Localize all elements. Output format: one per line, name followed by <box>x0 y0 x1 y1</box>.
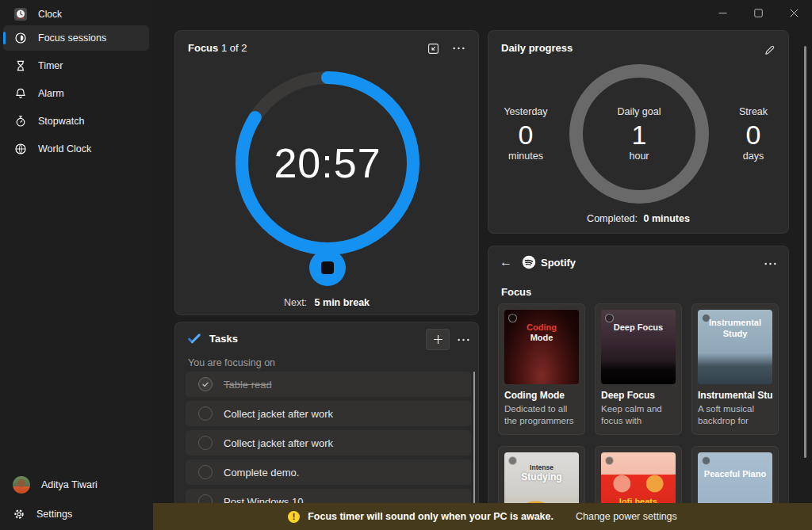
daily-progress-card: Daily progress Yesterday 0 minutes Daily… <box>488 30 789 234</box>
playlist-title: Instrumental Study <box>698 390 772 401</box>
edit-goal-button[interactable] <box>760 40 779 59</box>
ellipsis-icon <box>764 262 776 265</box>
playlist-tile-instrumental-study[interactable]: Instrumental Study Instrumental Study A … <box>691 303 779 435</box>
tasks-header: Tasks <box>188 332 238 345</box>
task-row[interactable]: Complete demo. <box>186 459 471 485</box>
alarm-bell-icon <box>14 87 27 100</box>
maximize-button[interactable] <box>741 0 776 25</box>
tasks-more-button[interactable] <box>453 330 473 349</box>
world-clock-icon <box>14 143 27 155</box>
focus-more-button[interactable] <box>448 39 469 58</box>
task-checkbox[interactable] <box>198 436 213 450</box>
stat-value: 0 <box>488 120 569 149</box>
spotify-section-title: Focus <box>501 286 531 298</box>
stop-button[interactable] <box>309 250 346 286</box>
playlist-title: Deep Focus <box>601 390 676 401</box>
sidebar-item-focus-sessions[interactable]: Focus sessions <box>3 25 149 51</box>
popout-button[interactable] <box>423 39 443 58</box>
focus-title-text: Focus <box>188 42 218 54</box>
stat-daily-goal: Daily goal 1 hour <box>596 106 683 162</box>
maximize-icon <box>754 9 763 17</box>
sidebar-item-label: Focus sessions <box>38 32 106 44</box>
playlist-description: A soft musical backdrop for your... <box>698 403 772 427</box>
spotify-badge-icon <box>508 314 517 322</box>
stat-unit: hour <box>596 151 683 162</box>
stat-streak: Streak 0 days <box>710 106 789 162</box>
art-text: Studying <box>504 472 579 483</box>
gear-icon <box>13 508 25 520</box>
notification-bar: ! Focus timer will sound only when your … <box>153 503 812 530</box>
next-break-line: Next: 5 min break <box>175 297 478 308</box>
ellipsis-icon <box>453 47 465 50</box>
next-label: Next: <box>284 297 307 308</box>
notification-message: Focus timer will sound only when your PC… <box>308 511 553 522</box>
add-task-button[interactable] <box>426 329 450 350</box>
task-label: Collect jacket after work <box>224 437 333 449</box>
focus-sessions-icon <box>14 32 27 44</box>
stat-yesterday: Yesterday 0 minutes <box>488 106 569 162</box>
art-text: Study <box>698 329 772 339</box>
stat-value: 0 <box>710 120 789 149</box>
plus-icon <box>433 334 443 345</box>
tasks-scrollbar[interactable] <box>473 372 475 506</box>
task-checkbox-checked[interactable] <box>198 377 213 391</box>
user-name: Aditya Tiwari <box>41 479 98 490</box>
spotify-more-button[interactable] <box>760 254 780 273</box>
task-checkbox[interactable] <box>198 406 213 421</box>
sidebar: Clock Focus sessions Timer Alarm <box>0 0 153 530</box>
sidebar-item-settings[interactable]: Settings <box>3 501 149 528</box>
playlist-description: Keep calm and focus with ambient and... <box>601 403 676 427</box>
playlist-title: Coding Mode <box>504 390 579 401</box>
sidebar-item-world-clock[interactable]: World Clock <box>3 136 149 162</box>
stat-value: 1 <box>596 120 683 149</box>
user-profile-button[interactable]: Aditya Tiwari <box>3 471 149 498</box>
playlist-tile-coding-mode[interactable]: Coding Mode Coding Mode Dedicated to all… <box>498 303 585 435</box>
task-checkbox[interactable] <box>198 465 213 479</box>
sidebar-item-label: Alarm <box>38 88 64 99</box>
sidebar-nav: Focus sessions Timer Alarm Stopwatch <box>3 25 149 164</box>
clock-app-icon <box>14 8 27 21</box>
check-icon <box>201 380 209 388</box>
sidebar-item-label: Timer <box>38 60 63 71</box>
completed-label: Completed: <box>587 213 638 224</box>
clock-app-window: Clock Focus sessions Timer Alarm <box>0 0 812 530</box>
minimize-button[interactable] <box>705 0 741 25</box>
playlist-art: Coding Mode <box>504 310 579 384</box>
task-row[interactable]: Collect jacket after work <box>186 430 471 456</box>
focus-session-count: 1 of 2 <box>221 42 247 54</box>
pencil-icon <box>764 44 776 56</box>
playlist-description: Dedicated to all the programmers out... <box>504 403 579 427</box>
tasks-subtitle: You are focusing on <box>188 357 275 368</box>
spotify-badge-icon <box>605 314 614 322</box>
window-scrollbar[interactable] <box>804 46 806 458</box>
stop-icon <box>321 261 334 274</box>
task-row[interactable]: Collect jacket after work <box>186 401 471 426</box>
change-power-settings-link[interactable]: Change power settings <box>576 511 677 522</box>
task-row[interactable]: Table read <box>186 372 471 397</box>
playlist-tile-deep-focus[interactable]: Deep Focus Deep Focus Keep calm and focu… <box>595 303 682 435</box>
close-icon <box>790 9 799 17</box>
sidebar-item-alarm[interactable]: Alarm <box>3 81 149 106</box>
back-button[interactable]: ← <box>500 256 512 269</box>
daily-progress-title: Daily progress <box>501 42 573 54</box>
spotify-badge-icon <box>702 456 710 465</box>
sidebar-item-timer[interactable]: Timer <box>3 53 149 78</box>
task-label: Table read <box>224 379 272 391</box>
minimize-icon <box>718 9 727 17</box>
spotify-brand: Spotify <box>541 257 576 269</box>
sidebar-item-label: World Clock <box>38 143 91 154</box>
stat-label: Daily goal <box>596 106 683 117</box>
stat-unit: minutes <box>488 151 569 162</box>
sidebar-item-stopwatch[interactable]: Stopwatch <box>3 109 149 134</box>
spotify-card: ← Spotify Focus Coding Mode Coding Mode … <box>488 246 789 530</box>
spotify-badge-icon <box>605 456 614 465</box>
focus-card-title: Focus 1 of 2 <box>188 42 247 54</box>
app-title: Clock <box>38 9 62 20</box>
stat-label: Streak <box>710 106 789 117</box>
app-header: Clock <box>14 6 62 22</box>
stopwatch-icon <box>14 115 27 128</box>
tasks-card: Tasks You are focusing on Table read Col… <box>174 322 479 530</box>
time-remaining: 20:57 <box>235 71 420 256</box>
sidebar-item-label: Stopwatch <box>38 116 84 127</box>
close-button[interactable] <box>776 0 812 25</box>
